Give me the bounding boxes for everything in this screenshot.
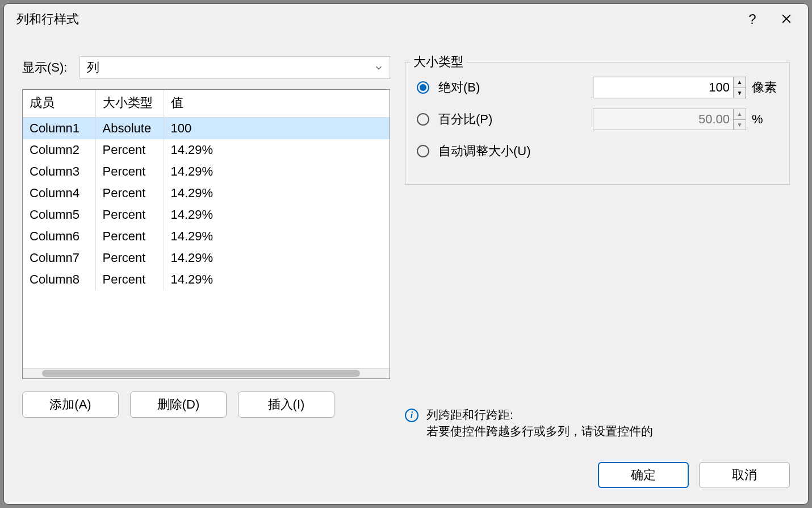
absolute-unit: 像素 — [752, 79, 778, 96]
add-button[interactable]: 添加(A) — [22, 392, 119, 418]
percent-unit: % — [752, 112, 778, 127]
cell-member[interactable]: Column2 — [23, 139, 95, 161]
right-pane: 大小类型 绝对(B) 100 ▲ ▼ 像素 百分比(P) — [405, 52, 790, 443]
header-value[interactable]: 值 — [164, 90, 390, 118]
close-button[interactable] — [769, 7, 803, 32]
cell-type[interactable]: Percent — [95, 182, 164, 204]
cell-member[interactable]: Column4 — [23, 182, 95, 204]
cell-member[interactable]: Column6 — [23, 226, 95, 247]
show-select[interactable]: 列 — [79, 56, 390, 79]
cancel-button[interactable]: 取消 — [699, 462, 790, 488]
header-member[interactable]: 成员 — [23, 90, 95, 118]
members-grid[interactable]: 成员 大小类型 值 Column1Absolute100Column2Perce… — [22, 89, 390, 379]
dialog-footer: 确定 取消 — [4, 454, 808, 504]
cell-value[interactable]: 14.29% — [164, 161, 390, 182]
left-pane: 显示(S): 列 成员 大小类型 值 — [22, 52, 390, 443]
info-text: 列跨距和行跨距: 若要使控件跨越多行或多列，请设置控件的 — [426, 406, 653, 438]
cell-value[interactable]: 14.29% — [164, 247, 390, 269]
header-type[interactable]: 大小类型 — [95, 90, 164, 118]
radio-auto[interactable] — [417, 145, 429, 157]
absolute-down[interactable]: ▼ — [734, 88, 746, 98]
info-row: i 列跨距和行跨距: 若要使控件跨越多行或多列，请设置控件的 — [405, 406, 790, 438]
radio-auto-label[interactable]: 自动调整大小(U) — [438, 143, 563, 160]
table-row[interactable]: Column4Percent14.29% — [23, 182, 390, 204]
show-label: 显示(S): — [22, 59, 67, 76]
cell-member[interactable]: Column3 — [23, 161, 95, 182]
table-row[interactable]: Column1Absolute100 — [23, 118, 390, 140]
scrollbar-thumb[interactable] — [42, 370, 360, 377]
absolute-spinner[interactable]: 100 ▲ ▼ — [593, 77, 746, 98]
cell-member[interactable]: Column7 — [23, 247, 95, 269]
cell-value[interactable]: 14.29% — [164, 269, 390, 290]
delete-button[interactable]: 删除(D) — [130, 392, 227, 418]
chevron-down-icon — [375, 60, 383, 75]
percent-spinner: 50.00 ▲ ▼ — [593, 109, 746, 130]
titlebar: 列和行样式 ? — [4, 4, 808, 35]
cell-value[interactable]: 14.29% — [164, 204, 390, 226]
cell-type[interactable]: Percent — [95, 204, 164, 226]
cell-type[interactable]: Percent — [95, 139, 164, 161]
table-row[interactable]: Column7Percent14.29% — [23, 247, 390, 269]
percent-down: ▼ — [734, 120, 746, 130]
dialog-title: 列和行样式 — [16, 11, 79, 28]
cell-member[interactable]: Column1 — [23, 118, 95, 140]
radio-percent-label[interactable]: 百分比(P) — [438, 111, 563, 128]
absolute-value[interactable]: 100 — [593, 80, 733, 95]
cell-value[interactable]: 14.29% — [164, 139, 390, 161]
table-row[interactable]: Column5Percent14.29% — [23, 204, 390, 226]
show-select-value: 列 — [87, 59, 99, 76]
dialog: 列和行样式 ? 显示(S): 列 — [3, 3, 809, 505]
cell-type[interactable]: Percent — [95, 226, 164, 247]
cell-member[interactable]: Column8 — [23, 269, 95, 290]
cell-value[interactable]: 100 — [164, 118, 390, 140]
percent-up: ▲ — [734, 109, 746, 120]
radio-absolute-label[interactable]: 绝对(B) — [438, 79, 563, 96]
table-row[interactable]: Column8Percent14.29% — [23, 269, 390, 290]
insert-button[interactable]: 插入(I) — [238, 392, 334, 418]
horizontal-scrollbar[interactable] — [23, 368, 390, 378]
table-row[interactable]: Column2Percent14.29% — [23, 139, 390, 161]
table-row[interactable]: Column6Percent14.29% — [23, 226, 390, 247]
help-button[interactable]: ? — [735, 7, 769, 32]
info-icon: i — [405, 409, 418, 422]
cell-member[interactable]: Column5 — [23, 204, 95, 226]
absolute-up[interactable]: ▲ — [734, 77, 746, 88]
cell-type[interactable]: Absolute — [95, 118, 164, 140]
percent-value: 50.00 — [593, 112, 733, 127]
info-title: 列跨距和行跨距: — [426, 406, 653, 423]
sizetype-group: 大小类型 绝对(B) 100 ▲ ▼ 像素 百分比(P) — [405, 62, 790, 185]
ok-button[interactable]: 确定 — [598, 462, 689, 488]
close-icon — [781, 11, 792, 27]
help-icon: ? — [748, 11, 756, 27]
cell-value[interactable]: 14.29% — [164, 182, 390, 204]
table-row[interactable]: Column3Percent14.29% — [23, 161, 390, 182]
sizetype-title: 大小类型 — [410, 53, 467, 70]
radio-percent[interactable] — [417, 113, 429, 126]
info-body: 若要使控件跨越多行或多列，请设置控件的 — [426, 423, 653, 438]
cell-type[interactable]: Percent — [95, 269, 164, 290]
cell-type[interactable]: Percent — [95, 247, 164, 269]
cell-value[interactable]: 14.29% — [164, 226, 390, 247]
cell-type[interactable]: Percent — [95, 161, 164, 182]
radio-absolute[interactable] — [417, 81, 429, 94]
